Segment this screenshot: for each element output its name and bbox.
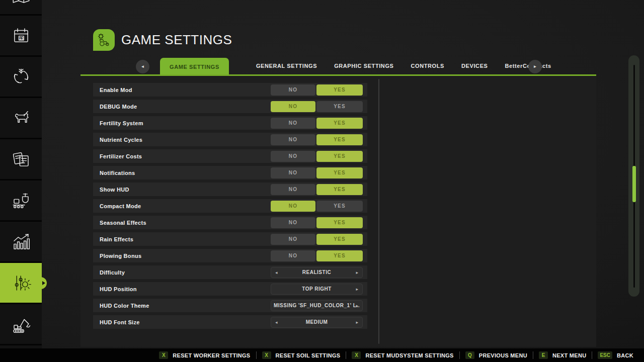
- toggle-seasonal-effects: NOYES: [271, 217, 363, 228]
- setting-label: Plowing Bonus: [100, 253, 141, 259]
- action-previous-menu[interactable]: QPREVIOUS MENU: [459, 351, 533, 359]
- toggle-yes-button[interactable]: YES: [316, 118, 363, 129]
- tab-bar: ◄ GAME SETTINGSGENERAL SETTINGSGRAPHIC S…: [80, 55, 596, 77]
- page-title: GAME SETTINGS: [121, 32, 232, 48]
- prev-option-arrow[interactable]: ◂: [275, 270, 278, 275]
- toggle-no-button[interactable]: NO: [271, 250, 315, 261]
- tab-controls[interactable]: CONTROLS: [411, 63, 445, 69]
- toggle-no-button[interactable]: NO: [271, 217, 315, 228]
- selector-hud-position[interactable]: TOP RIGHT▸: [271, 284, 363, 295]
- tabs-scroll-right-button[interactable]: ►: [528, 60, 542, 73]
- toggle-yes-button[interactable]: YES: [316, 151, 363, 162]
- tab-graphic-settings[interactable]: GRAPHIC SETTINGS: [334, 63, 393, 69]
- tab-game-settings[interactable]: GAME SETTINGS: [160, 58, 229, 76]
- crop-rotation-icon: [11, 66, 32, 87]
- toggle-yes-button[interactable]: YES: [316, 167, 363, 178]
- toggle-no-button[interactable]: NO: [271, 234, 315, 245]
- toggle-show-hud: NOYES: [271, 184, 363, 195]
- toggle-yes-button[interactable]: YES: [316, 201, 363, 212]
- toggle-no-button[interactable]: NO: [271, 118, 315, 129]
- svg-text:15: 15: [19, 36, 23, 40]
- setting-label: Nutrient Cycles: [100, 137, 142, 143]
- toggle-nutrient-cycles: NOYES: [271, 134, 363, 145]
- toggle-yes-button[interactable]: YES: [316, 184, 363, 195]
- toggle-no-button[interactable]: NO: [271, 184, 315, 195]
- setting-label: HUD Color Theme: [100, 303, 149, 309]
- toggle-no-button[interactable]: NO: [271, 167, 315, 178]
- action-reset-soil-settings[interactable]: XRESET SOIL SETTINGS: [256, 351, 346, 359]
- arrow-right-icon: ►: [533, 64, 537, 69]
- next-option-arrow[interactable]: ▸: [356, 303, 358, 308]
- action-label: BACK: [617, 352, 633, 358]
- setting-row-hud-font-size: HUD Font Size◂MEDIUM▸: [93, 315, 367, 329]
- construction-icon: [11, 314, 32, 335]
- toggle-yes-button[interactable]: YES: [316, 250, 363, 261]
- key-badge: ESC: [598, 351, 612, 359]
- page-scrollbar-thumb[interactable]: [632, 166, 636, 202]
- toggle-debug-mode: NOYES: [271, 101, 363, 112]
- action-reset-mudsystem-settings[interactable]: XRESET MUDSYSTEM SETTINGS: [346, 351, 459, 359]
- setting-label: HUD Font Size: [100, 319, 140, 325]
- action-back[interactable]: ESCBACK: [592, 351, 639, 359]
- toggle-no-button[interactable]: NO: [271, 101, 315, 112]
- sidebar-item-contracts[interactable]: [0, 139, 42, 180]
- action-reset-worker-settings[interactable]: XRESET WORKER SETTINGS: [153, 351, 256, 359]
- tab-general-settings[interactable]: GENERAL SETTINGS: [256, 63, 317, 69]
- key-badge: X: [159, 351, 168, 359]
- toggle-yes-button[interactable]: YES: [316, 217, 363, 228]
- contracts-icon: [11, 149, 32, 170]
- prev-option-arrow[interactable]: ◂: [275, 320, 278, 325]
- toggle-no-button[interactable]: NO: [271, 151, 315, 162]
- setting-row-debug-mode: DEBUG ModeNOYES: [93, 100, 367, 113]
- setting-row-compact-mode: Compact ModeNOYES: [93, 199, 367, 213]
- setting-row-enable-mod: Enable ModNOYES: [93, 83, 367, 97]
- selector-value: TOP RIGHT: [302, 286, 332, 292]
- toggle-yes-button[interactable]: YES: [316, 84, 363, 96]
- sidebar-item-settings[interactable]: [0, 263, 42, 304]
- bottom-key-bar: XRESET WORKER SETTINGSXRESET SOIL SETTIN…: [0, 348, 644, 362]
- action-next-menu[interactable]: ENEXT MENU: [533, 351, 592, 359]
- tabs: GAME SETTINGSGENERAL SETTINGSGRAPHIC SET…: [160, 55, 551, 76]
- toggle-no-button[interactable]: NO: [271, 84, 315, 96]
- toggle-notifications: NOYES: [271, 167, 363, 178]
- toggle-yes-button[interactable]: YES: [316, 234, 363, 245]
- setting-label: Notifications: [100, 170, 135, 176]
- toggle-fertilizer-costs: NOYES: [271, 151, 363, 162]
- toggle-no-button[interactable]: NO: [271, 134, 315, 145]
- game-settings-app-icon: [93, 29, 115, 51]
- selector-difficulty[interactable]: ◂REALISTIC▸: [271, 267, 363, 278]
- setting-row-difficulty: Difficulty◂REALISTIC▸: [93, 265, 367, 279]
- sidebar-item-map[interactable]: [0, 0, 42, 16]
- selector-hud-color-theme[interactable]: MISSING 'SF_HUD_COLOR_1' L..▸: [271, 300, 363, 311]
- map-icon: [11, 0, 32, 6]
- setting-label: Fertility System: [100, 120, 143, 126]
- selector-value: MISSING 'SF_HUD_COLOR_1' L..: [274, 303, 360, 308]
- setting-label: Rain Effects: [100, 236, 133, 242]
- key-badge: E: [539, 351, 548, 359]
- next-option-arrow[interactable]: ▸: [356, 270, 358, 275]
- next-option-arrow[interactable]: ▸: [356, 287, 358, 292]
- sidebar-item-crop-rotation[interactable]: [0, 57, 42, 98]
- action-label: NEXT MENU: [552, 352, 586, 358]
- toggle-no-button[interactable]: NO: [271, 201, 315, 212]
- toggle-yes-button[interactable]: YES: [316, 134, 363, 145]
- sidebar-item-statistics[interactable]: [0, 222, 42, 263]
- setting-label: Compact Mode: [100, 203, 141, 209]
- statistics-icon: [11, 231, 32, 252]
- key-badge: X: [262, 351, 271, 359]
- tab-devices[interactable]: DEVICES: [461, 63, 488, 69]
- setting-row-nutrient-cycles: Nutrient CyclesNOYES: [93, 133, 367, 146]
- selector-hud-font-size[interactable]: ◂MEDIUM▸: [271, 317, 363, 328]
- list-scrollbar[interactable]: [378, 79, 379, 344]
- sidebar-item-production[interactable]: [0, 180, 42, 222]
- toggle-plowing-bonus: NOYES: [271, 250, 363, 261]
- toggle-compact-mode: NOYES: [271, 201, 363, 212]
- toggle-yes-button[interactable]: YES: [316, 101, 363, 112]
- sidebar-item-construction[interactable]: [0, 304, 42, 345]
- tabs-scroll-left-button[interactable]: ◄: [136, 60, 149, 73]
- sidebar-item-calendar[interactable]: 15: [0, 16, 42, 57]
- toggle-fertility-system: NOYES: [271, 118, 363, 129]
- sidebar-item-animals[interactable]: [0, 98, 42, 139]
- next-option-arrow[interactable]: ▸: [356, 320, 358, 325]
- selector-value: REALISTIC: [302, 269, 331, 275]
